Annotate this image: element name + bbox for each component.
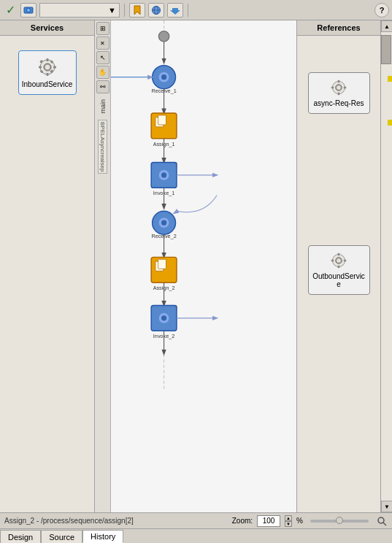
svg-point-40 <box>158 217 169 228</box>
zoom-slider[interactable] <box>310 520 369 523</box>
svg-point-39 <box>153 211 176 234</box>
zoom-input[interactable] <box>257 515 280 527</box>
svg-rect-63 <box>344 87 346 89</box>
svg-rect-28 <box>158 115 166 125</box>
references-header: References <box>297 20 380 36</box>
tab-source[interactable]: Source <box>41 530 82 543</box>
main-toolbar: ✓ ▼ ? <box>0 0 392 20</box>
tab-history[interactable]: History <box>82 530 123 543</box>
bookmark-icon-btn[interactable] <box>129 3 145 18</box>
help-button[interactable]: ? <box>374 3 389 18</box>
svg-point-23 <box>161 74 166 80</box>
svg-line-72 <box>383 523 386 525</box>
svg-rect-62 <box>331 87 334 89</box>
svg-marker-6 <box>170 8 180 15</box>
svg-point-59 <box>337 85 340 89</box>
breadcrumb-text: Assign_2 - /process/sequence/assign[2] <box>4 517 228 525</box>
svg-rect-50 <box>151 305 177 331</box>
svg-rect-12 <box>39 66 42 69</box>
svg-rect-44 <box>151 257 177 282</box>
services-header: Services <box>0 20 94 36</box>
svg-point-9 <box>45 65 50 69</box>
services-content: InboundService <box>0 36 94 512</box>
world-icon-btn[interactable] <box>148 3 164 18</box>
svg-text:Receive_1: Receive_1 <box>151 88 176 94</box>
svg-rect-68 <box>338 266 340 268</box>
svg-text:Assign_2: Assign_2 <box>153 285 175 291</box>
zoom-down-btn[interactable]: ▼ <box>285 521 292 527</box>
gear-icon-outbound <box>330 252 347 269</box>
toolbar-separator-1 <box>124 4 125 17</box>
svg-text:Invoke_1: Invoke_1 <box>153 190 174 196</box>
status-bar: Assign_2 - /process/sequence/assign[2] Z… <box>0 512 392 528</box>
scroll-marker-1 <box>388 76 392 82</box>
link-btn[interactable]: ⚯ <box>96 80 109 93</box>
svg-marker-2 <box>134 6 140 15</box>
scroll-up-btn[interactable]: ▲ <box>381 20 392 32</box>
inbound-service-box[interactable]: InboundService <box>18 50 77 95</box>
flow-svg: Receive_1 Assign_1 <box>111 20 296 512</box>
svg-point-71 <box>378 517 384 523</box>
svg-rect-10 <box>46 58 48 61</box>
pointer-btn[interactable]: ↖ <box>96 51 109 64</box>
scroll-track[interactable] <box>381 32 392 501</box>
gear-icon <box>37 57 58 77</box>
svg-text:Receive_2: Receive_2 <box>151 233 176 239</box>
toolbar-separator-2 <box>188 4 188 17</box>
bundle-icon-btn[interactable] <box>20 3 36 18</box>
svg-rect-60 <box>338 80 340 82</box>
services-panel: Services InboundService <box>0 20 95 512</box>
flow-diagram[interactable]: Receive_1 Assign_1 <box>111 20 296 512</box>
outbound-service-box[interactable]: OutboundService <box>308 245 370 295</box>
svg-rect-26 <box>151 113 177 139</box>
arrow-icon-btn[interactable] <box>167 3 183 18</box>
async-req-res-box[interactable]: async-Req-Res <box>308 72 370 114</box>
tab-design[interactable]: Design <box>0 530 41 543</box>
canvas-area: ⊞ ✕ ↖ ✋ ⚯ main BPELAsyncrealsep <box>95 20 296 512</box>
svg-point-41 <box>161 220 166 226</box>
vertical-scrollbar: ▲ ▼ <box>380 20 392 512</box>
collapse-btn[interactable]: ✕ <box>96 36 109 50</box>
svg-rect-49 <box>170 305 177 310</box>
references-panel: References async-Req-Res <box>296 20 380 512</box>
svg-rect-46 <box>158 259 166 269</box>
scroll-marker-2 <box>388 120 392 126</box>
svg-rect-31 <box>170 162 177 167</box>
scroll-thumb[interactable] <box>381 35 391 64</box>
main-lane-label: main <box>98 98 108 115</box>
expand-btn[interactable]: ⊞ <box>96 22 109 35</box>
svg-point-34 <box>161 172 166 177</box>
main-area: Services InboundService <box>0 20 392 512</box>
svg-rect-69 <box>331 260 334 262</box>
magnifier-icon[interactable] <box>376 515 388 527</box>
svg-rect-32 <box>151 162 177 188</box>
zoom-label: Zoom: <box>232 517 253 525</box>
scroll-down-btn[interactable]: ▼ <box>381 501 392 512</box>
tabs-bar: Design Source History <box>0 528 392 543</box>
svg-point-52 <box>161 315 166 320</box>
left-tool-strip: ⊞ ✕ ↖ ✋ ⚯ main BPELAsyncrealsep <box>95 20 111 512</box>
flow-inner: Receive_1 Assign_1 <box>111 20 296 512</box>
process-dropdown[interactable]: ▼ <box>39 3 120 18</box>
svg-point-22 <box>158 72 169 82</box>
zoom-stepper: ▲ ▼ <box>285 515 292 527</box>
zoom-up-btn[interactable]: ▲ <box>285 515 292 521</box>
svg-point-33 <box>158 170 169 181</box>
svg-rect-11 <box>46 73 48 76</box>
svg-rect-27 <box>155 118 164 127</box>
svg-point-66 <box>337 258 340 262</box>
hand-btn[interactable]: ✋ <box>96 66 109 79</box>
references-content: async-Req-Res OutboundService <box>297 36 380 512</box>
gear-icon-async <box>330 79 347 96</box>
svg-point-19 <box>158 31 169 42</box>
inbound-service-label: InboundService <box>22 80 73 88</box>
checkmark-icon[interactable]: ✓ <box>3 3 18 18</box>
zoom-slider-thumb[interactable] <box>336 517 343 524</box>
svg-text:Invoke_2: Invoke_2 <box>153 333 174 339</box>
svg-text:Assign_1: Assign_1 <box>153 141 175 147</box>
svg-point-51 <box>158 313 169 324</box>
svg-rect-13 <box>53 66 56 69</box>
async-req-res-label: async-Req-Res <box>314 99 364 107</box>
svg-point-1 <box>27 8 31 12</box>
svg-rect-45 <box>155 261 164 271</box>
